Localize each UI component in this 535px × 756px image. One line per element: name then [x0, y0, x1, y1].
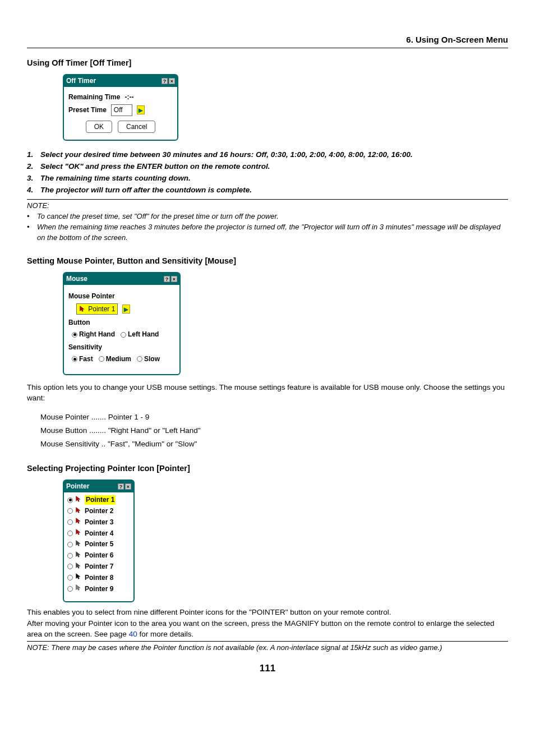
- pointer-label: Pointer 1: [85, 495, 116, 505]
- pointer-label: Pointer 6: [85, 551, 113, 560]
- radio-icon: [67, 519, 73, 525]
- dialog-title-text: Pointer: [66, 482, 89, 491]
- note-item: •To cancel the preset time, set "Off" fo…: [27, 211, 508, 222]
- pointer-label: Pointer 3: [85, 518, 113, 527]
- pointer-body-1: This enables you to select from nine dif…: [27, 607, 508, 618]
- cancel-button[interactable]: Cancel: [118, 121, 155, 133]
- mouse-sensitivity-label: Sensitivity: [68, 343, 175, 352]
- step-item: 1.Select your desired time between 30 mi…: [27, 150, 508, 160]
- page-reference-link[interactable]: 40: [129, 630, 137, 638]
- pointer-label: Pointer 8: [85, 573, 113, 583]
- mouse-dialog: Mouse ? × Mouse Pointer Pointer 1 ▶ Butt…: [63, 272, 181, 375]
- page-number: 111: [27, 662, 508, 675]
- close-icon[interactable]: ×: [125, 483, 131, 490]
- pointer-body-2: After moving your Pointer icon to the ar…: [27, 618, 508, 640]
- radio-icon: [67, 586, 73, 592]
- note-item: •When the remaining time reaches 3 minut…: [27, 222, 508, 242]
- setting-line: Mouse Sensitivity .. "Fast", "Medium" or…: [40, 437, 508, 451]
- radio-icon: [67, 497, 73, 503]
- remaining-time-value: -:--: [124, 93, 133, 102]
- pointer-option[interactable]: Pointer 2: [67, 506, 130, 517]
- pointer-label: Pointer 9: [85, 584, 113, 594]
- off-timer-dialog: Off Timer ? × Remaining Time -:-- Preset…: [63, 74, 178, 141]
- pointer-icon: [75, 495, 82, 505]
- off-timer-steps: 1.Select your desired time between 30 mi…: [27, 150, 508, 196]
- close-icon[interactable]: ×: [171, 276, 177, 282]
- dialog-title-text: Mouse: [66, 274, 87, 284]
- pointer-option[interactable]: Pointer 1: [67, 495, 130, 506]
- chevron-right-icon[interactable]: ▶: [137, 105, 145, 114]
- pointer-option[interactable]: Pointer 4: [67, 528, 130, 539]
- radio-option[interactable]: Medium: [99, 354, 131, 364]
- pointer-option[interactable]: Pointer 9: [67, 583, 130, 594]
- radio-icon: [67, 564, 73, 569]
- ok-button[interactable]: OK: [86, 121, 112, 133]
- radio-icon: [67, 553, 73, 559]
- step-item: 3.The remaining time starts counting dow…: [27, 173, 508, 184]
- section-title-pointer: Selecting Projecting Pointer Icon [Point…: [27, 463, 508, 474]
- pointer-icon: [75, 517, 82, 527]
- dialog-title-text: Off Timer: [66, 76, 96, 86]
- pointer-option[interactable]: Pointer 8: [67, 572, 130, 583]
- pointer-label: Pointer 2: [85, 506, 113, 516]
- pointer-dialog: Pointer ? × Pointer 1Pointer 2Pointer 3P…: [63, 480, 135, 602]
- pointer-icon: [75, 506, 82, 517]
- pointer-option[interactable]: Pointer 5: [67, 539, 130, 550]
- radio-icon: [67, 542, 73, 547]
- radio-option[interactable]: Left Hand: [121, 330, 159, 339]
- pointer-icon: [75, 540, 82, 550]
- mouse-pointer-label: Mouse Pointer: [68, 292, 175, 301]
- mouse-pointer-field[interactable]: Pointer 1: [76, 303, 118, 315]
- radio-option[interactable]: Slow: [137, 354, 160, 364]
- radio-option[interactable]: Fast: [72, 354, 93, 364]
- help-icon[interactable]: ?: [118, 483, 124, 490]
- step-item: 4.The projector will turn off after the …: [27, 185, 508, 196]
- preset-time-field[interactable]: Off: [111, 104, 132, 116]
- help-icon[interactable]: ?: [162, 78, 168, 84]
- pointer-label: Pointer 7: [85, 562, 113, 571]
- radio-icon: [67, 531, 73, 536]
- pointer-icon: [75, 528, 82, 538]
- setting-line: Mouse Pointer ....... Pointer 1 - 9: [40, 411, 508, 424]
- section-title-off-timer: Using Off Timer [Off Timer]: [27, 57, 508, 68]
- step-item: 2.Select "OK" and press the ENTER button…: [27, 162, 508, 172]
- section-title-mouse: Setting Mouse Pointer, Button and Sensit…: [27, 255, 508, 266]
- pointer-option[interactable]: Pointer 7: [67, 561, 130, 573]
- note-label: NOTE:: [27, 201, 508, 211]
- pointer-label: Pointer 5: [85, 540, 113, 549]
- mouse-body-text: This option lets you to change your USB …: [27, 382, 508, 404]
- help-icon[interactable]: ?: [164, 276, 170, 282]
- radio-option[interactable]: Right Hand: [72, 330, 115, 339]
- setting-line: Mouse Button ........ "Right Hand" or "L…: [40, 424, 508, 437]
- chevron-right-icon[interactable]: ▶: [122, 305, 130, 314]
- radio-icon: [67, 508, 73, 514]
- chapter-header: 6. Using On-Screen Menu: [27, 34, 508, 48]
- mouse-settings-list: Mouse Pointer ....... Pointer 1 - 9Mouse…: [40, 411, 508, 451]
- pointer-icon: [75, 584, 82, 594]
- preset-time-label: Preset Time: [68, 105, 107, 115]
- pointer-icon: [75, 551, 82, 561]
- pointer-option[interactable]: Pointer 6: [67, 550, 130, 561]
- radio-icon: [67, 575, 73, 580]
- pointer-label: Pointer 4: [85, 529, 113, 538]
- pointer-footnote: NOTE: There may be cases where the Point…: [27, 643, 508, 653]
- pointer-option[interactable]: Pointer 3: [67, 517, 130, 528]
- close-icon[interactable]: ×: [169, 78, 175, 84]
- mouse-button-label: Button: [68, 318, 175, 328]
- remaining-time-label: Remaining Time: [68, 93, 120, 102]
- pointer-icon: [75, 562, 82, 572]
- pointer-icon: [75, 573, 82, 583]
